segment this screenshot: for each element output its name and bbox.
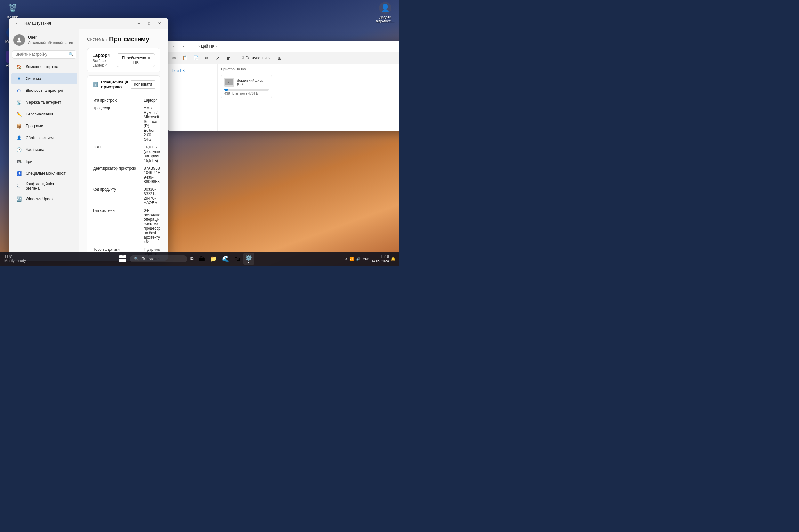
device-specs-collapse-icon[interactable]: ∧ [160,82,160,87]
device-specs-title: Специфікації пристрою [101,80,130,89]
settings-icon: ⚙️ [245,254,252,261]
spec-row-ram: ОЗП 16,0 ГБ (доступно для використання: … [93,143,155,165]
desktop-icon-user[interactable]: 👤 Додатк відомості... [374,2,396,23]
toolbar-cut[interactable]: ✂ [170,53,179,62]
settings-back-button[interactable]: ‹ [13,20,20,27]
sidebar-item-time[interactable]: 🕐 Час і мова [11,144,77,155]
explorer-back-button[interactable]: ‹ [170,42,178,51]
user-avatar [14,34,25,46]
desktop-icon-trash[interactable]: 🗑️ Кошик [1,2,24,19]
volume-tray-icon[interactable]: 🔊 [356,256,361,261]
gaming-label: Ігри [25,159,32,164]
explorer-window: ‹ › ↑ › Цей ПК › ✕ ✂ 📋 📄 ✏ ↗ 🗑 ⇅ Сортува… [166,41,400,131]
spec-value-product-code: 00330-63221-29470-AAOEM [144,187,157,205]
sidebar-item-personalization[interactable]: ✏️ Персоналізація [11,109,77,120]
settings-body: User Локальний обліковий запис 🔍 🏠 Домаш… [9,29,168,261]
store-icon: 🛍 [234,255,240,262]
user-info: User Локальний обліковий запис [28,35,73,45]
taskbar-clock[interactable]: 11:18 14.05.2024 [371,254,389,264]
settings-titlebar: ‹ Налаштування ─ □ ✕ [9,18,168,29]
breadcrumb-separator: › [106,37,107,42]
explorer-forward-button[interactable]: › [179,42,188,51]
taskbar-time-display: 11:18 [371,254,389,259]
view-button[interactable]: ⊞ [275,53,284,62]
explorer-up-button[interactable]: ↑ [189,42,197,51]
sidebar-item-accessibility[interactable]: ♿ Спеціальні можливості [11,168,77,179]
active-indicator [248,262,249,263]
taskbar-search[interactable]: 🔍 Пошук [130,255,187,262]
device-specs-header: ℹ️ Специфікації пристрою Копіювати ∧ [87,76,160,93]
time-label: Час і мова [25,148,44,152]
taskbar-lang[interactable]: УКР [363,257,369,261]
settings-sidebar: User Локальний обліковий запис 🔍 🏠 Домаш… [9,29,79,261]
windows-update-label: Windows Update [25,197,55,201]
personalization-icon: ✏️ [15,111,22,118]
minimize-button[interactable]: ─ [134,20,144,27]
exp-sidebar-this-pc[interactable]: Цей ПК [168,67,216,75]
files-icon: 📁 [210,255,217,262]
home-icon: 🏠 [15,63,22,70]
sidebar-item-privacy[interactable]: 🛡 Конфіденційність і безпека [11,179,77,193]
rename-pc-button[interactable]: Перейменувати ПК [117,53,155,67]
sidebar-item-bluetooth[interactable]: ⬡ Bluetooth та пристрої [11,85,77,96]
sidebar-item-network[interactable]: 📡 Мережа та Інтернет [11,97,77,108]
taskbar-edge[interactable]: 🌊 [220,254,231,264]
close-button[interactable]: ✕ [155,20,164,27]
taskbar-settings[interactable]: ⚙️ [243,253,254,265]
device-specs-header-left: ℹ️ Специфікації пристрою [93,80,130,89]
spec-label-product-code: Код продукту [93,187,144,205]
network-tray-icon[interactable]: 📶 [349,256,354,261]
tray-chevron[interactable]: ∧ [345,257,347,261]
settings-window: ‹ Налаштування ─ □ ✕ User [9,18,168,261]
device-specs-header-right: Копіювати ∧ [130,80,160,89]
weather-widget[interactable]: 11°C Mostly cloudy [3,255,28,263]
taskbar-files[interactable]: 📁 [208,254,219,264]
notification-icon[interactable]: 🔔 [391,256,396,261]
search-settings-input[interactable] [12,50,76,59]
spec-value-processor: AMD Ryzen 7 Microsoft Surface (R) Editio… [144,106,160,142]
search-settings-container: 🔍 [12,50,76,59]
toolbar-copy[interactable]: 📋 [181,53,189,62]
taskbar-store[interactable]: 🛍 [233,254,242,264]
toolbar-share[interactable]: ↗ [213,53,222,62]
toolbar-rename[interactable]: ✏ [202,53,211,62]
gaming-icon: 🎮 [15,158,22,165]
sidebar-item-apps[interactable]: 📦 Програми [11,120,77,132]
task-view-icon: ⧉ [190,256,194,262]
sidebar-item-gaming[interactable]: 🎮 Ігри [11,156,77,167]
privacy-icon: 🛡 [15,183,22,190]
user-desktop-icon: 👤 [379,2,391,14]
taskbar-search-label: Пошук [142,256,153,261]
device-specs-copy-button[interactable]: Копіювати [130,80,156,89]
drive-c-name: Локальний диск (С:) [237,78,268,86]
drive-item-c[interactable]: C Локальний диск (С:) 438 ГБ вільно з 47… [221,75,272,98]
toolbar-delete[interactable]: 🗑 [224,53,233,62]
sidebar-item-system[interactable]: 🖥 Система [11,73,77,84]
taskbar-photo[interactable]: 🏔 [197,254,207,264]
device-card: Laptop4 Surface Laptop 4 Перейменувати П… [87,48,160,72]
drives-section-label: Пристрої та носії [221,67,400,71]
taskbar-date-display: 14.05.2024 [371,259,389,263]
taskbar: 11°C Mostly cloudy 🔍 Пошук ⧉ [0,252,400,266]
spec-row-processor: Процесор AMD Ryzen 7 Microsoft Surface (… [93,104,155,143]
user-name: User [28,35,73,40]
apps-label: Програми [25,124,43,128]
sort-label: Сортування [245,56,267,60]
sidebar-item-accounts[interactable]: 👤 Облікові записи [11,132,77,144]
start-button[interactable] [117,254,128,264]
drive-c-bar-bg [224,89,268,91]
sidebar-item-home[interactable]: 🏠 Домашня сторінка [11,61,77,73]
breadcrumb-parent: Система [87,37,104,42]
toolbar-paste[interactable]: 📄 [191,53,200,62]
task-view-button[interactable]: ⧉ [188,255,196,263]
edge-taskbar-icon: 🌊 [222,255,229,262]
sidebar-item-windows-update[interactable]: 🔄 Windows Update [11,193,77,205]
device-model: Surface Laptop 4 [93,59,117,68]
system-label: Система [25,76,41,81]
sort-button[interactable]: ⇅ Сортування ∨ [239,54,273,61]
toolbar-sep [236,55,236,61]
maximize-button[interactable]: □ [144,20,154,27]
spec-value-ram: 16,0 ГБ (доступно для використання: 15,5… [144,145,160,163]
explorer-sidebar: Цей ПК [166,64,218,131]
explorer-main: Пристрої та носії C Локальний диск (С:) … [218,64,400,131]
